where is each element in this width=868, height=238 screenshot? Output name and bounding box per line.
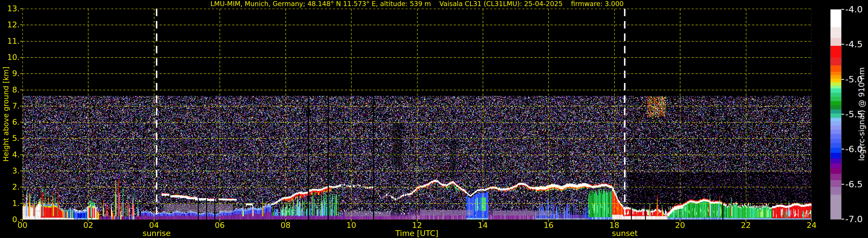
y-tick-label: 12. (0, 20, 20, 30)
colorbar-segment (831, 105, 841, 110)
x-tick-mark (285, 219, 286, 221)
x-tick-mark (154, 219, 154, 221)
colorbar-segment (831, 134, 841, 139)
y-tick-mark (20, 73, 23, 74)
x-tick-mark (614, 219, 615, 221)
colorbar-segment (831, 97, 841, 101)
y-tick-label: 13. (0, 4, 20, 13)
y-tick-label: 4. (0, 150, 20, 160)
colorbar-segment (831, 9, 841, 27)
x-tick-label: 10 (340, 221, 363, 230)
y-tick-label: 8. (0, 85, 20, 95)
colorbar-segment (831, 58, 841, 65)
y-tick-mark (20, 154, 23, 155)
colorbar-segment (831, 118, 841, 121)
y-tick-mark (20, 25, 23, 25)
colorbar-segment (831, 158, 841, 163)
y-tick-mark (20, 90, 23, 90)
colorbar-segment (831, 195, 841, 219)
colorbar-segment (831, 121, 841, 126)
plot-title: LMU-MIM, Munich, Germany; 48.148° N 11.5… (23, 0, 812, 7)
y-tick-mark (20, 8, 23, 9)
x-tick-label: 16 (537, 221, 560, 230)
x-tick-mark (746, 219, 746, 221)
ceilometer-quicklook-figure: LMU-MIM, Munich, Germany; 48.148° N 11.5… (0, 0, 868, 238)
colorbar-segment (831, 114, 841, 118)
x-tick-label: 00 (11, 221, 34, 230)
y-tick-mark (20, 106, 23, 106)
colorbar-tick-label: -4.0 (845, 4, 863, 14)
y-tick-label: 7. (0, 101, 20, 111)
colorbar-segment (831, 93, 841, 97)
sunrise-annotation: sunrise (133, 229, 180, 238)
colorbar-segment (831, 153, 841, 158)
colorbar-segment (831, 79, 841, 82)
sunset-annotation: sunset (602, 229, 648, 238)
colorbar-tick-mark (841, 9, 844, 10)
y-tick-mark (20, 138, 23, 139)
x-tick-label: 22 (735, 221, 757, 230)
colorbar-segment (831, 101, 841, 106)
y-tick-mark (20, 41, 23, 41)
colorbar-segment (831, 88, 841, 93)
colorbar-tick-mark (841, 114, 844, 115)
backscatter-heatmap-canvas (23, 9, 812, 219)
colorbar-segment (831, 187, 841, 195)
colorbar-segment (831, 72, 841, 75)
colorbar-segment (831, 86, 841, 88)
y-tick-label: 11. (0, 36, 20, 46)
colorbar-segment (831, 180, 841, 187)
x-tick-mark (22, 219, 23, 221)
y-tick-label: 10. (0, 53, 20, 62)
x-tick-mark (417, 219, 417, 221)
x-tick-mark (219, 219, 220, 221)
colorbar-segment (831, 38, 841, 46)
colorbar-segment (831, 110, 841, 114)
colorbar-tick-mark (841, 44, 844, 44)
colorbar-title: log(rc-signal) @ 910 nm (857, 67, 866, 161)
x-tick-label: 06 (208, 221, 231, 230)
colorbar-tick-label: -7.0 (845, 214, 863, 224)
y-tick-mark (20, 203, 23, 204)
x-tick-label: 02 (76, 221, 100, 230)
y-tick-mark (20, 171, 23, 171)
x-tick-label: 12 (406, 221, 429, 230)
x-tick-mark (88, 219, 88, 221)
y-tick-label: 5. (0, 133, 20, 143)
colorbar (830, 9, 841, 219)
colorbar-segment (831, 139, 841, 143)
x-tick-label: 08 (274, 221, 297, 230)
colorbar-segment (831, 148, 841, 153)
colorbar-tick-label: -6.5 (845, 179, 863, 189)
x-tick-mark (483, 219, 483, 221)
colorbar-segment (831, 65, 841, 72)
y-tick-mark (20, 57, 23, 58)
y-tick-label: 9. (0, 68, 20, 78)
x-tick-label: 20 (669, 221, 691, 230)
colorbar-segment (831, 27, 841, 38)
x-tick-mark (548, 219, 549, 221)
colorbar-segment (831, 75, 841, 79)
y-tick-label: 1. (0, 199, 20, 208)
colorbar-tick-mark (841, 184, 844, 185)
colorbar-segment (831, 163, 841, 168)
y-tick-label: 6. (0, 117, 20, 127)
colorbar-segment (831, 143, 841, 148)
y-tick-label: 2. (0, 182, 20, 192)
x-tick-label: 14 (471, 221, 494, 230)
y-tick-mark (20, 187, 23, 187)
colorbar-segment (831, 46, 841, 58)
x-tick-mark (680, 219, 680, 221)
x-tick-mark (351, 219, 351, 221)
y-axis-title: Height above ground [km] (2, 66, 10, 161)
x-axis-title: Time [UTC] (382, 229, 452, 238)
colorbar-segment (831, 82, 841, 86)
colorbar-tick-mark (841, 79, 844, 80)
colorbar-segment (831, 130, 841, 134)
y-tick-label: 3. (0, 166, 20, 176)
y-tick-mark (20, 122, 23, 122)
x-tick-label: 18 (603, 221, 626, 230)
x-tick-label: 04 (143, 221, 165, 230)
colorbar-segment (831, 168, 841, 174)
colorbar-tick-mark (841, 149, 844, 150)
